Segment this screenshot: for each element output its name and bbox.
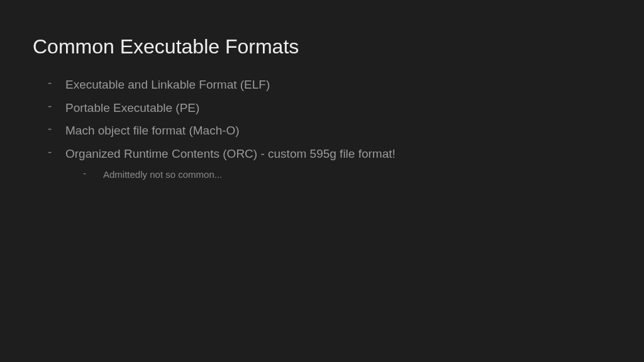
slide-title: Common Executable Formats [33, 35, 611, 58]
bullet-list: - Executable and Linkable Format (ELF) -… [33, 76, 611, 163]
bullet-dash-icon: - [48, 76, 65, 90]
bullet-text: Organized Runtime Contents (ORC) - custo… [65, 145, 396, 163]
bullet-text: Mach object file format (Mach-O) [65, 122, 240, 140]
bullet-dash-icon: - [48, 99, 65, 113]
list-item: - Mach object file format (Mach-O) [48, 122, 611, 140]
list-item: - Portable Executable (PE) [48, 99, 611, 118]
bullet-text: Executable and Linkable Format (ELF) [65, 76, 270, 94]
slide-container: Common Executable Formats - Executable a… [0, 0, 644, 362]
list-item: - Organized Runtime Contents (ORC) - cus… [48, 145, 611, 163]
sub-bullet-text: Admittedly not so common... [103, 168, 222, 182]
bullet-text: Portable Executable (PE) [65, 99, 199, 118]
bullet-dash-icon: - [48, 122, 65, 136]
sub-bullet-list: - Admittedly not so common... [33, 168, 611, 182]
list-item: - Executable and Linkable Format (ELF) [48, 76, 611, 94]
bullet-dash-icon: - [48, 145, 65, 159]
list-item: - Admittedly not so common... [83, 168, 611, 182]
bullet-dash-icon: - [83, 168, 103, 178]
